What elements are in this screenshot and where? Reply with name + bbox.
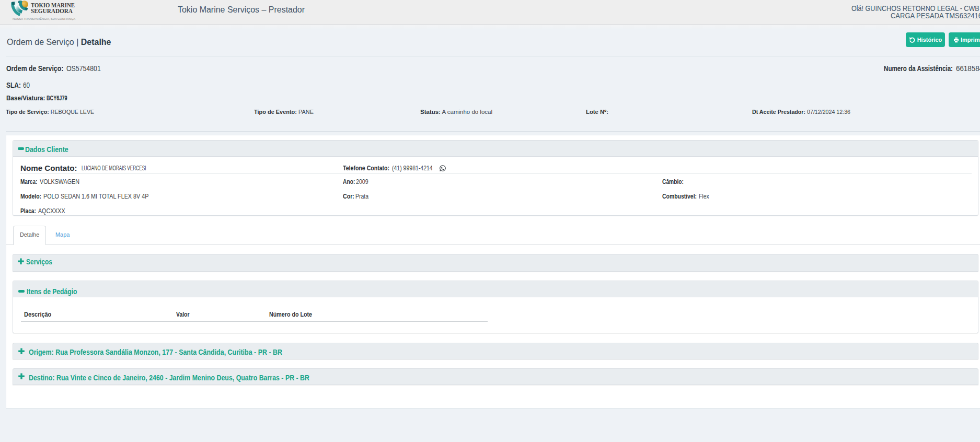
svg-text:SEGURADORA: SEGURADORA — [31, 7, 73, 15]
svg-text:NOSSA TRANSPARÊNCIA, SUA CONFI: NOSSA TRANSPARÊNCIA, SUA CONFIANÇA — [13, 17, 75, 20]
